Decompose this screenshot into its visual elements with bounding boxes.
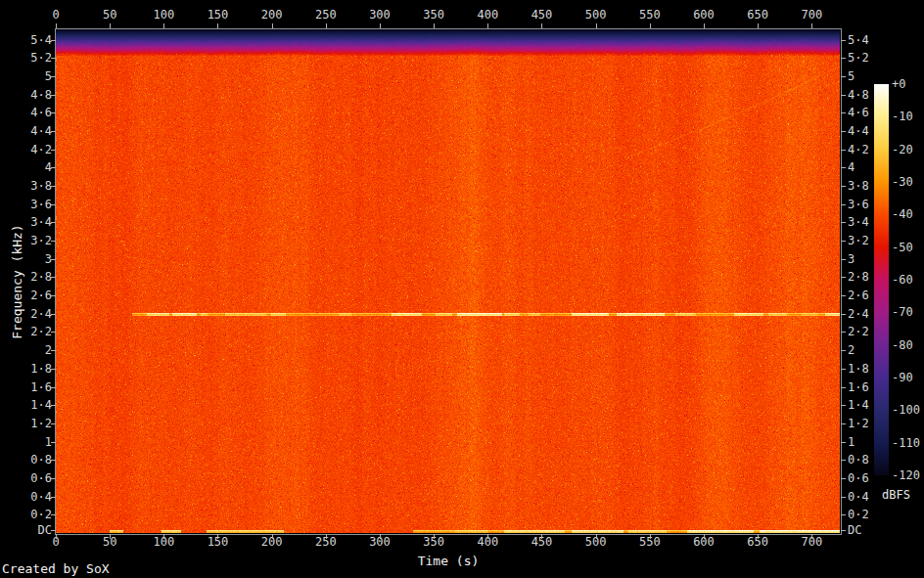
freq-tick-label-right: 1·4 (848, 398, 869, 412)
freq-tick-mark-left (51, 478, 56, 479)
time-tick-mark-bottom (596, 534, 597, 539)
freq-tick-label-left: 2·6 (30, 289, 52, 302)
freq-tick-label-right: 5 (848, 69, 855, 83)
colorbar-tick-label: -10 (892, 110, 913, 123)
freq-tick-mark-left (51, 332, 56, 333)
time-tick-label-top: 0 (52, 8, 59, 22)
time-tick-mark-top (380, 23, 381, 28)
freq-tick-mark-left (51, 497, 56, 498)
freq-tick-label-right: 1·8 (848, 362, 869, 376)
freq-tick-label-right: DC (848, 523, 861, 537)
time-tick-mark-top (704, 23, 705, 28)
freq-tick-mark-right (841, 277, 846, 278)
freq-tick-mark-right (841, 314, 846, 315)
freq-tick-mark-right (841, 478, 846, 479)
time-tick-label-top: 200 (261, 8, 283, 22)
freq-tick-label-right: 1·2 (848, 417, 869, 430)
time-tick-mark-bottom (650, 534, 651, 539)
freq-tick-mark-left (51, 186, 56, 187)
freq-tick-label-left: 1·8 (30, 362, 52, 376)
freq-tick-mark-left (51, 405, 56, 406)
time-tick-mark-top (217, 23, 218, 28)
time-tick-mark-top (163, 23, 164, 28)
freq-tick-label-left: 3·6 (30, 198, 52, 211)
freq-tick-label-right: 4·8 (848, 88, 869, 102)
colorbar-tick-label: -20 (892, 143, 913, 156)
freq-tick-label-right: 2·8 (848, 270, 869, 284)
freq-tick-mark-right (841, 350, 846, 351)
freq-tick-mark-left (51, 40, 56, 41)
time-tick-mark-bottom (811, 534, 812, 539)
freq-tick-label-right: 2·4 (848, 307, 869, 321)
freq-tick-label-right: 3·4 (848, 215, 869, 229)
colorbar-tick-label: -120 (892, 468, 920, 482)
x-axis-title: Time (s) (418, 554, 480, 568)
freq-tick-mark-left (51, 76, 56, 77)
spectrogram-canvas (56, 29, 840, 533)
freq-tick-label-left: 2·8 (30, 270, 52, 284)
freq-tick-label-right: 2·2 (848, 325, 869, 338)
freq-tick-mark-left (51, 514, 56, 515)
freq-tick-mark-left (51, 131, 56, 132)
colorbar-tick-label: -60 (892, 273, 913, 287)
freq-tick-label-right: 5·4 (848, 33, 869, 47)
freq-tick-mark-right (841, 259, 846, 260)
time-tick-mark-top (326, 23, 327, 28)
freq-tick-mark-right (841, 222, 846, 223)
freq-tick-label-right: 0·2 (848, 508, 869, 521)
freq-tick-label-left: 2·2 (30, 325, 52, 338)
freq-tick-mark-left (51, 369, 56, 370)
freq-tick-mark-right (841, 76, 846, 77)
freq-tick-label-left: 0·6 (30, 471, 52, 485)
freq-tick-label-right: 0·8 (848, 453, 869, 467)
freq-tick-label-right: 2 (848, 343, 855, 357)
freq-tick-label-right: 4·4 (848, 124, 869, 138)
time-tick-label-top: 450 (531, 8, 553, 22)
freq-tick-mark-right (841, 530, 846, 531)
freq-tick-label-right: 3·6 (848, 198, 869, 211)
time-tick-mark-bottom (56, 534, 57, 539)
freq-tick-mark-right (841, 150, 846, 151)
time-tick-label-top: 650 (747, 8, 768, 22)
freq-tick-label-left: 0·4 (30, 490, 52, 504)
time-tick-mark-top (110, 23, 111, 28)
sox-caption: Created by SoX (2, 561, 110, 576)
freq-tick-label-left: 3·8 (30, 179, 52, 193)
time-tick-mark-bottom (434, 534, 435, 539)
freq-tick-mark-right (841, 204, 846, 205)
freq-tick-mark-left (51, 277, 56, 278)
freq-tick-mark-left (51, 58, 56, 59)
time-tick-label-top: 100 (153, 8, 174, 22)
freq-tick-mark-right (841, 95, 846, 96)
time-tick-mark-top (596, 23, 597, 28)
time-tick-label-top: 600 (693, 8, 715, 22)
freq-tick-mark-right (841, 497, 846, 498)
freq-tick-mark-left (51, 222, 56, 223)
time-tick-mark-top (56, 23, 57, 28)
freq-tick-label-left: 0·2 (30, 508, 52, 521)
time-tick-mark-bottom (541, 534, 542, 539)
freq-tick-label-left: 1·2 (30, 417, 52, 430)
freq-tick-mark-right (841, 514, 846, 515)
time-tick-mark-top (541, 23, 542, 28)
freq-tick-label-right: 1·6 (848, 380, 869, 394)
freq-tick-label-left: 3·4 (30, 215, 52, 229)
freq-tick-label-left: 5·4 (30, 33, 52, 47)
freq-tick-mark-left (51, 350, 56, 351)
freq-tick-mark-left (51, 460, 56, 461)
time-tick-label-top: 150 (208, 8, 229, 22)
freq-tick-label-left: 4·8 (30, 88, 52, 102)
time-tick-mark-top (434, 23, 435, 28)
freq-tick-mark-left (51, 314, 56, 315)
time-tick-mark-bottom (217, 534, 218, 539)
time-tick-label-top: 500 (585, 8, 607, 22)
time-tick-mark-top (650, 23, 651, 28)
freq-tick-mark-left (51, 95, 56, 96)
freq-tick-label-right: 3·8 (848, 179, 869, 193)
freq-tick-mark-left (51, 150, 56, 151)
freq-tick-mark-left (51, 442, 56, 443)
time-tick-label-top: 400 (477, 8, 498, 22)
freq-tick-label-right: 4·2 (848, 143, 869, 156)
freq-tick-label-left: 5·2 (30, 51, 52, 65)
colorbar-tick-label: -50 (892, 241, 913, 254)
